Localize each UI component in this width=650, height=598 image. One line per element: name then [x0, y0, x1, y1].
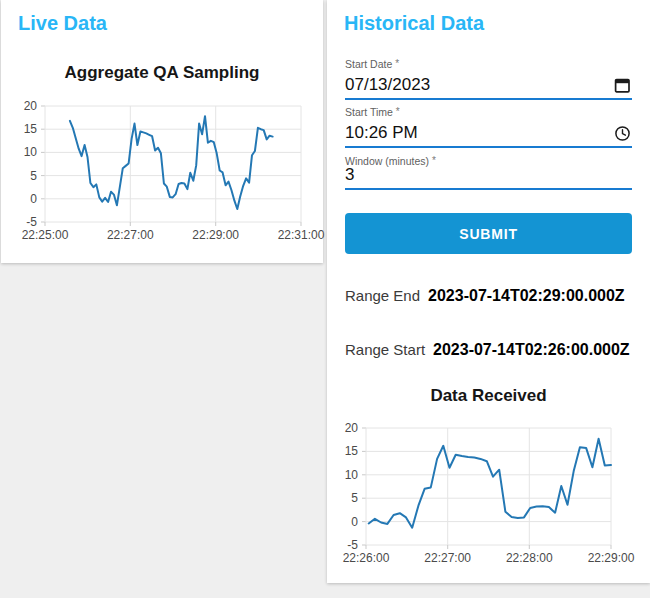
- svg-text:5: 5: [351, 491, 358, 505]
- start-date-field: Start Date* 07/13/2023: [345, 58, 632, 100]
- range-start-label: Range Start: [345, 341, 425, 358]
- svg-text:20: 20: [24, 99, 38, 113]
- svg-text:-5: -5: [26, 215, 37, 229]
- live-panel-title: Live Data: [18, 12, 107, 35]
- svg-text:22:27:00: 22:27:00: [107, 228, 154, 242]
- window-minutes-label-text: Window (minutes): [345, 155, 429, 167]
- live-chart-svg: 20151050-522:25:0022:27:0022:29:0022:31:…: [1, 85, 323, 245]
- range-end-row: Range End2023-07-14T02:29:00.000Z: [345, 287, 625, 305]
- svg-text:22:26:00: 22:26:00: [343, 551, 390, 565]
- svg-text:-5: -5: [347, 538, 358, 552]
- start-time-label-text: Start Time: [345, 106, 393, 118]
- svg-text:22:28:00: 22:28:00: [506, 551, 553, 565]
- window-minutes-input[interactable]: 3: [345, 165, 354, 185]
- submit-button[interactable]: SUBMIT: [345, 213, 632, 254]
- range-end-value: 2023-07-14T02:29:00.000Z: [428, 287, 625, 304]
- svg-text:0: 0: [30, 192, 37, 206]
- calendar-icon[interactable]: [614, 77, 631, 94]
- clock-icon[interactable]: [614, 125, 631, 142]
- start-date-label-text: Start Date: [345, 58, 392, 70]
- historical-panel-title: Historical Data: [344, 12, 484, 35]
- window-minutes-label: Window (minutes)*: [345, 155, 436, 167]
- svg-text:5: 5: [30, 169, 37, 183]
- svg-text:15: 15: [345, 444, 359, 458]
- svg-text:22:27:00: 22:27:00: [424, 551, 471, 565]
- range-start-row: Range Start2023-07-14T02:26:00.000Z: [345, 341, 630, 359]
- window-minutes-field: Window (minutes)* 3: [345, 155, 632, 190]
- svg-text:20: 20: [345, 421, 359, 435]
- live-chart-title: Aggregate QA Sampling: [1, 63, 323, 83]
- svg-text:22:31:00: 22:31:00: [278, 228, 325, 242]
- svg-text:10: 10: [345, 468, 359, 482]
- historical-data-panel: Historical Data Start Date* 07/13/2023 S…: [327, 0, 650, 583]
- start-time-input[interactable]: 10:26 PM: [345, 123, 418, 143]
- start-date-label: Start Date*: [345, 58, 399, 70]
- historical-chart-svg: 20151050-522:26:0022:27:0022:28:0022:29:…: [327, 380, 650, 580]
- svg-text:10: 10: [24, 145, 38, 159]
- start-time-label: Start Time*: [345, 106, 400, 118]
- required-asterisk: *: [432, 155, 436, 166]
- start-time-field: Start Time* 10:26 PM: [345, 106, 632, 148]
- svg-text:22:29:00: 22:29:00: [588, 551, 635, 565]
- start-date-input[interactable]: 07/13/2023: [345, 75, 430, 95]
- svg-text:22:29:00: 22:29:00: [192, 228, 239, 242]
- svg-text:0: 0: [351, 515, 358, 529]
- required-asterisk: *: [395, 58, 399, 69]
- range-start-value: 2023-07-14T02:26:00.000Z: [433, 341, 630, 358]
- live-data-panel: Live Data Aggregate QA Sampling 20151050…: [1, 0, 323, 263]
- svg-text:22:25:00: 22:25:00: [22, 228, 69, 242]
- required-asterisk: *: [396, 106, 400, 117]
- range-end-label: Range End: [345, 287, 420, 304]
- svg-text:15: 15: [24, 122, 38, 136]
